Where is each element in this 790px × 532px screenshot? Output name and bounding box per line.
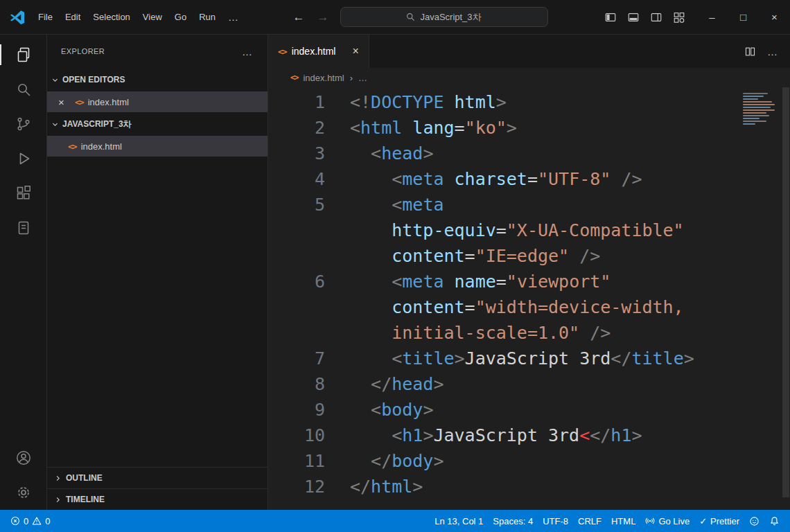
menu-more[interactable]: … <box>222 8 246 26</box>
close-editor-icon[interactable]: × <box>58 96 64 108</box>
explorer-icon[interactable] <box>0 37 46 72</box>
editor-more-actions-icon[interactable]: … <box>767 46 779 57</box>
line-number[interactable]: 1 <box>268 89 325 115</box>
editor-scrollbar[interactable] <box>782 87 790 510</box>
vscode-logo-icon <box>10 10 25 25</box>
code-row[interactable]: 10 <h1>JavaScript 3rd<</h1> <box>268 423 790 448</box>
customize-layout-icon[interactable] <box>673 11 685 24</box>
source-control-icon[interactable] <box>0 107 46 141</box>
vscode-window: File Edit Selection View Go Run … ← → Ja… <box>0 0 790 532</box>
split-editor-icon[interactable] <box>744 46 756 57</box>
tab-label: index.html <box>292 46 336 57</box>
html-file-icon: <> <box>75 97 83 107</box>
encoding-setting[interactable]: UTF-8 <box>538 510 573 532</box>
line-number[interactable] <box>268 294 325 320</box>
code-row[interactable]: http-equiv="X-UA-Compatible" <box>268 218 790 243</box>
explorer-file-name: index.html <box>81 141 122 152</box>
code-row[interactable]: 2<html lang="ko"> <box>268 115 790 141</box>
tab-close-icon[interactable]: × <box>352 45 358 57</box>
run-debug-icon[interactable] <box>0 141 46 176</box>
minimap[interactable] <box>743 93 779 125</box>
code-row[interactable]: 1<!DOCTYPE html> <box>268 89 790 115</box>
toggle-sidebar-icon[interactable] <box>604 11 617 24</box>
breadcrumb-file[interactable]: index.html <box>303 73 344 83</box>
code-row[interactable]: 12</html> <box>268 474 790 499</box>
line-number[interactable]: 6 <box>268 269 325 294</box>
errors-icon <box>10 516 20 526</box>
line-number[interactable] <box>268 243 325 269</box>
indentation-setting[interactable]: Spaces: 4 <box>488 510 538 532</box>
status-bar: 0 0 Ln 13, Col 1 Spaces: 4 UTF-8 CRLF HT… <box>0 510 790 532</box>
editor-group: <> index.html × … <> index.html › … 1< <box>268 35 790 510</box>
menu-file[interactable]: File <box>32 9 59 25</box>
timeline-section-header[interactable]: TIMELINE <box>47 488 267 510</box>
line-number[interactable] <box>268 320 325 346</box>
code-row[interactable]: 3 <head> <box>268 141 790 166</box>
maximize-button[interactable]: □ <box>728 0 759 34</box>
menu-run[interactable]: Run <box>193 9 222 25</box>
notifications-bell-icon[interactable] <box>764 510 784 532</box>
line-number[interactable]: 9 <box>268 397 325 423</box>
outline-section-header[interactable]: OUTLINE <box>47 467 267 488</box>
accounts-icon[interactable] <box>0 441 46 475</box>
breadcrumb-symbol[interactable]: … <box>358 73 367 83</box>
prettier-label: Prettier <box>710 516 739 526</box>
extensions-icon[interactable] <box>0 176 46 211</box>
eol-setting[interactable]: CRLF <box>573 510 606 532</box>
forward-button[interactable]: → <box>316 10 331 24</box>
line-number[interactable]: 11 <box>268 448 325 474</box>
open-editor-item-index-html[interactable]: × <> index.html <box>47 91 267 112</box>
menu-edit[interactable]: Edit <box>59 9 87 25</box>
code-row[interactable]: 7 <title>JavaScript 3rd</title> <box>268 346 790 371</box>
settings-gear-icon[interactable] <box>0 475 46 510</box>
workspace-folder-header[interactable]: JAVASCRIPT_3차 <box>47 112 267 136</box>
code-row[interactable]: 5 <meta <box>268 192 790 218</box>
tab-index-html[interactable]: <> index.html × <box>268 35 369 68</box>
line-number[interactable]: 5 <box>268 192 325 218</box>
code-row[interactable]: 8 </head> <box>268 371 790 397</box>
menu-selection[interactable]: Selection <box>87 9 136 25</box>
sidebar-more-actions-icon[interactable]: … <box>242 46 254 57</box>
explorer-sidebar: EXPLORER … OPEN EDITORS × <> index.html … <box>47 35 268 510</box>
line-number[interactable] <box>268 218 325 243</box>
title-bar: File Edit Selection View Go Run … ← → Ja… <box>0 0 790 35</box>
line-number[interactable]: 12 <box>268 474 325 499</box>
line-number[interactable]: 10 <box>268 423 325 448</box>
toggle-secondary-sidebar-icon[interactable] <box>650 11 662 24</box>
prettier-button[interactable]: ✓ Prettier <box>694 510 744 532</box>
menu-view[interactable]: View <box>137 9 168 25</box>
back-button[interactable]: ← <box>292 10 306 24</box>
line-number[interactable]: 4 <box>268 166 325 192</box>
chevron-right-icon <box>54 496 62 504</box>
code-row[interactable]: 9 <body> <box>268 397 790 423</box>
code-row[interactable]: content="IE=edge" /> <box>268 243 790 269</box>
explorer-file-index-html[interactable]: <> index.html <box>47 136 267 157</box>
remote-explorer-icon[interactable] <box>0 211 46 245</box>
code-row[interactable]: initial-scale=1.0" /> <box>268 320 790 346</box>
chevron-right-icon <box>54 475 62 482</box>
line-number[interactable]: 8 <box>268 371 325 397</box>
timeline-label: TIMELINE <box>66 495 105 504</box>
command-center[interactable]: JavaScript_3차 <box>340 7 548 27</box>
breadcrumb[interactable]: <> index.html › … <box>268 68 790 87</box>
code-row[interactable]: 4 <meta charset="UTF-8" /> <box>268 166 790 192</box>
line-number[interactable]: 2 <box>268 115 325 141</box>
minimize-button[interactable]: – <box>696 0 728 34</box>
line-number[interactable]: 3 <box>268 141 325 166</box>
menu-go[interactable]: Go <box>168 9 193 25</box>
open-editors-header[interactable]: OPEN EDITORS <box>47 68 267 91</box>
code-row[interactable]: 6 <meta name="viewport" <box>268 269 790 294</box>
language-mode[interactable]: HTML <box>606 510 640 532</box>
feedback-smiley-icon[interactable] <box>744 510 764 532</box>
close-window-button[interactable]: × <box>759 0 790 34</box>
code-row[interactable]: content="width=device-width, <box>268 294 790 320</box>
search-view-icon[interactable] <box>0 72 46 107</box>
code-editor[interactable]: 1<!DOCTYPE html>2<html lang="ko">3 <head… <box>268 87 790 510</box>
code-row[interactable]: 11 </body> <box>268 448 790 474</box>
tab-bar: <> index.html × … <box>268 35 790 68</box>
cursor-position[interactable]: Ln 13, Col 1 <box>430 510 488 532</box>
go-live-button[interactable]: Go Live <box>640 510 694 532</box>
toggle-panel-icon[interactable] <box>627 11 640 24</box>
problems-indicator[interactable]: 0 0 <box>6 510 55 532</box>
line-number[interactable]: 7 <box>268 346 325 371</box>
